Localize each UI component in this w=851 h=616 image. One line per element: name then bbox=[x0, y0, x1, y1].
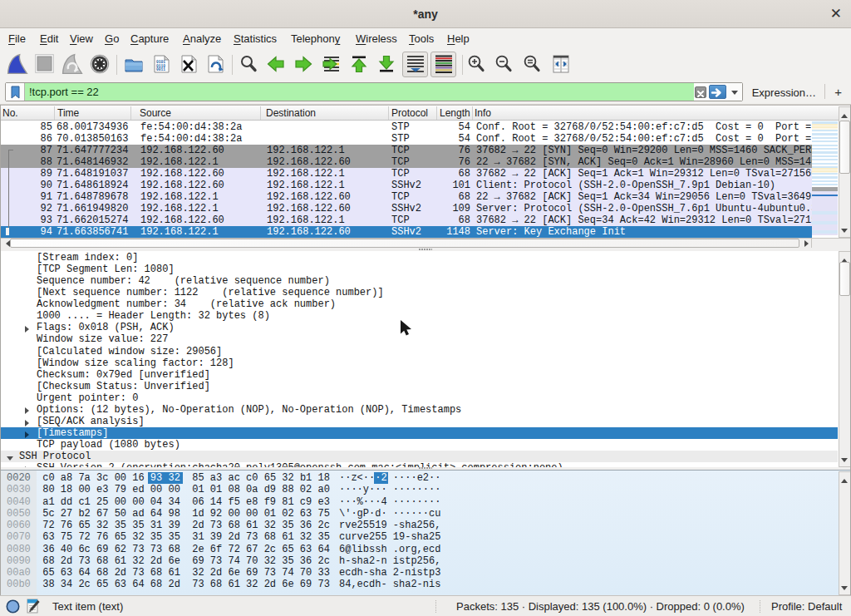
svg-text:0011: 0011 bbox=[156, 67, 165, 71]
